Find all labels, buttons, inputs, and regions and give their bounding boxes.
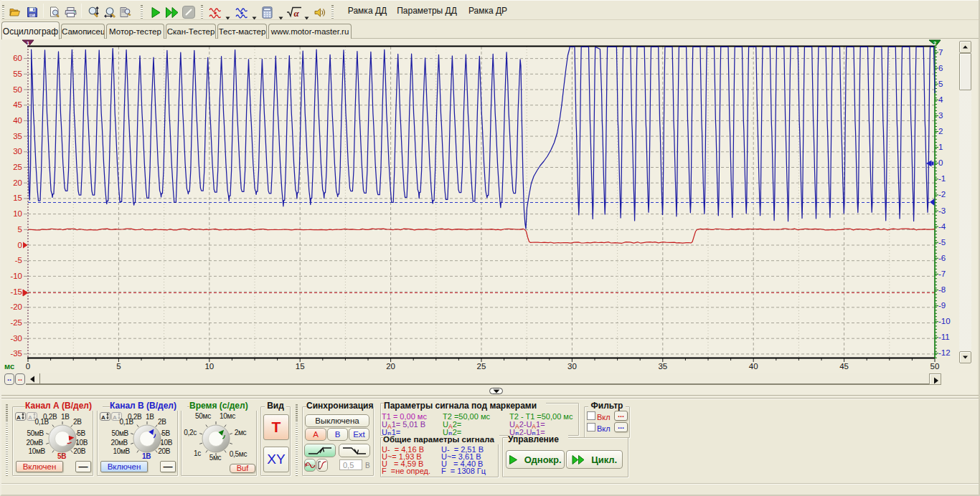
svg-text:5: 5 bbox=[116, 362, 121, 371]
svg-text:0: 0 bbox=[26, 362, 30, 371]
svg-text:30: 30 bbox=[13, 147, 22, 156]
svg-text:20: 20 bbox=[13, 178, 22, 187]
svg-text:-12: -12 bbox=[938, 348, 951, 357]
svg-text:-1: -1 bbox=[938, 174, 946, 183]
svg-text:35: 35 bbox=[658, 362, 667, 371]
svg-text:55: 55 bbox=[13, 70, 22, 78]
svg-text:60: 60 bbox=[13, 54, 22, 62]
svg-text:-2: -2 bbox=[938, 190, 946, 199]
svg-text:-10: -10 bbox=[10, 272, 22, 280]
svg-text:-30: -30 bbox=[10, 334, 22, 343]
svg-text:-9: -9 bbox=[938, 301, 946, 310]
svg-text:5: 5 bbox=[938, 80, 943, 88]
svg-text:-4: -4 bbox=[938, 222, 946, 231]
svg-text:-5: -5 bbox=[15, 256, 22, 264]
svg-text:-25: -25 bbox=[10, 318, 22, 327]
svg-text:40: 40 bbox=[13, 116, 22, 125]
svg-text:-15: -15 bbox=[10, 287, 22, 296]
svg-text:25: 25 bbox=[13, 163, 22, 171]
svg-text:20: 20 bbox=[386, 362, 395, 371]
svg-text:45: 45 bbox=[13, 100, 22, 109]
svg-text:45: 45 bbox=[839, 362, 849, 371]
svg-text:25: 25 bbox=[477, 362, 486, 371]
svg-text:мс: мс bbox=[4, 362, 14, 371]
svg-text:-11: -11 bbox=[938, 333, 950, 341]
svg-text:-8: -8 bbox=[938, 285, 946, 294]
svg-text:6: 6 bbox=[938, 64, 943, 72]
svg-text:7: 7 bbox=[938, 48, 943, 57]
svg-text:10: 10 bbox=[13, 209, 22, 218]
svg-text:1: 1 bbox=[27, 40, 29, 47]
svg-text:-7: -7 bbox=[938, 270, 946, 278]
svg-text:40: 40 bbox=[749, 362, 758, 371]
svg-text:10: 10 bbox=[204, 362, 214, 371]
svg-text:-5: -5 bbox=[938, 238, 946, 247]
svg-text:-6: -6 bbox=[938, 254, 946, 262]
svg-text:15: 15 bbox=[296, 362, 305, 371]
svg-text:0: 0 bbox=[18, 241, 22, 249]
svg-text:4: 4 bbox=[938, 95, 943, 104]
svg-text:50: 50 bbox=[13, 85, 22, 94]
svg-text:-3: -3 bbox=[938, 206, 946, 215]
svg-text:-20: -20 bbox=[10, 302, 22, 311]
svg-text:5: 5 bbox=[18, 225, 22, 234]
svg-text:2: 2 bbox=[938, 127, 943, 135]
svg-text:30: 30 bbox=[567, 362, 577, 371]
svg-text:2: 2 bbox=[933, 40, 936, 47]
svg-text:1: 1 bbox=[938, 143, 943, 151]
svg-text:35: 35 bbox=[13, 132, 22, 140]
svg-text:50: 50 bbox=[930, 362, 940, 371]
svg-text:0: 0 bbox=[938, 158, 943, 167]
svg-text:15: 15 bbox=[13, 194, 22, 202]
svg-text:-10: -10 bbox=[938, 317, 951, 325]
svg-text:-35: -35 bbox=[10, 349, 22, 358]
svg-text:3: 3 bbox=[938, 111, 943, 120]
